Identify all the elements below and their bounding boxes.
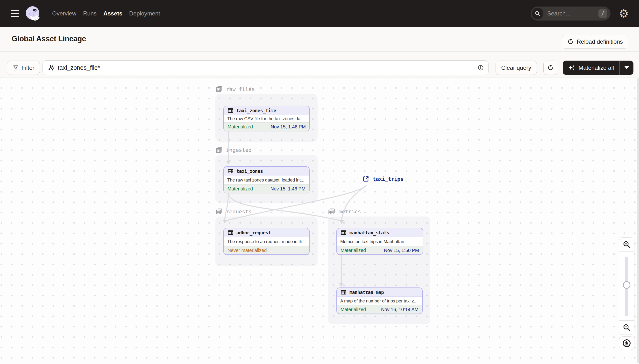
materialization-timestamp: Nov 15, 1:46 PM bbox=[271, 124, 306, 130]
external-link-icon bbox=[362, 175, 369, 182]
zoom-panel bbox=[619, 237, 634, 335]
asset-node-header: taxi_zones bbox=[224, 167, 309, 176]
group-table-icon bbox=[328, 208, 335, 215]
asset-name: manhattan_stats bbox=[349, 230, 389, 235]
asset-footer: Materialized Nov 15, 1:46 PM bbox=[224, 184, 309, 193]
asset-query-input[interactable] bbox=[58, 64, 477, 71]
asset-description: The raw taxi zones dataset, loaded int..… bbox=[224, 176, 309, 184]
materialization-timestamp: Nov 15, 1:46 PM bbox=[270, 186, 305, 192]
asset-name: taxi_zones bbox=[236, 168, 263, 174]
download-icon bbox=[622, 339, 631, 348]
asset-name: adhoc_request bbox=[236, 230, 271, 235]
filter-label: Filter bbox=[22, 64, 34, 71]
asset-node-header: manhattan_map bbox=[337, 288, 422, 297]
asset-footer: Materialized Nov 16, 10:14 AM bbox=[337, 305, 422, 314]
chevron-down-icon bbox=[624, 66, 629, 69]
group-label-ingested[interactable]: ingested bbox=[215, 146, 252, 154]
reload-icon bbox=[567, 38, 574, 45]
zoom-slider-thumb[interactable] bbox=[623, 281, 630, 289]
page-title: Global Asset Lineage bbox=[12, 34, 86, 43]
dagster-logo-icon[interactable] bbox=[25, 5, 41, 23]
zoom-in-button[interactable] bbox=[619, 238, 634, 252]
asset-description: The raw CSV file for the taxi zones dat.… bbox=[224, 115, 309, 122]
materialize-all-button[interactable]: Materialize all bbox=[563, 60, 633, 75]
status-badge: Materialized bbox=[228, 186, 253, 192]
export-image-button[interactable] bbox=[619, 336, 634, 350]
asset-node-manhattan-map[interactable]: manhattan_map A map of the number of tri… bbox=[336, 288, 423, 314]
asset-description: A map of the number of trips per taxi z.… bbox=[337, 297, 422, 305]
status-badge: Materialized bbox=[341, 307, 366, 312]
nav-link-overview[interactable]: Overview bbox=[52, 10, 76, 17]
zoom-out-icon bbox=[622, 324, 631, 332]
asset-footer: Materialized Nov 15, 1:50 PM bbox=[337, 246, 423, 254]
asset-node-header: taxi_zones_file bbox=[224, 106, 309, 115]
reload-definitions-label: Reload definitions bbox=[577, 38, 623, 45]
filter-button[interactable]: Filter bbox=[7, 60, 40, 75]
zoom-out-button[interactable] bbox=[619, 320, 634, 334]
asset-node-manhattan-stats[interactable]: manhattan_stats Metrics on taxi trips in… bbox=[336, 228, 423, 255]
group-name: requests bbox=[226, 208, 252, 214]
materialization-timestamp: Nov 15, 1:50 PM bbox=[384, 248, 419, 253]
asset-node-adhoc-request[interactable]: adhoc_request The response to an request… bbox=[223, 228, 310, 255]
status-badge: Never materialized bbox=[228, 248, 267, 253]
group-table-icon bbox=[215, 208, 223, 215]
asset-node-taxi-zones-file[interactable]: taxi_zones_file The raw CSV file for the… bbox=[223, 106, 310, 131]
query-info-icon[interactable] bbox=[477, 64, 484, 71]
zoom-in-icon bbox=[622, 240, 631, 248]
nav-link-deployment[interactable]: Deployment bbox=[129, 10, 160, 17]
zoom-slider-track[interactable] bbox=[625, 256, 628, 316]
clear-query-button[interactable]: Clear query bbox=[495, 60, 537, 75]
materialization-timestamp: Nov 16, 10:14 AM bbox=[381, 307, 418, 312]
asset-name: manhattan_map bbox=[349, 290, 384, 295]
search-placeholder: Search... bbox=[547, 10, 570, 17]
group-name: raw_files bbox=[226, 86, 255, 92]
asset-footer: Never materialized bbox=[224, 246, 309, 254]
asset-node-taxi-zones[interactable]: taxi_zones The raw taxi zones dataset, l… bbox=[223, 166, 310, 193]
group-name: metrics bbox=[339, 208, 361, 214]
lineage-canvas[interactable]: raw_files ingested requests metrics bbox=[0, 78, 639, 364]
dagster-app: Overview Runs Assets Deployment Search..… bbox=[0, 0, 639, 364]
external-asset-label: taxi_trips bbox=[373, 176, 403, 182]
asset-selector-icon bbox=[47, 64, 54, 72]
nav-link-runs[interactable]: Runs bbox=[83, 10, 97, 17]
global-search[interactable]: Search... / bbox=[530, 6, 610, 20]
table-icon bbox=[228, 230, 234, 236]
asset-node-header: adhoc_request bbox=[224, 228, 309, 237]
materialize-all-label: Materialize all bbox=[578, 64, 614, 71]
group-table-icon bbox=[215, 85, 223, 93]
search-icon bbox=[532, 8, 543, 19]
table-icon bbox=[341, 289, 347, 295]
menu-icon[interactable] bbox=[11, 10, 19, 18]
asset-description: Metrics on taxi trips in Manhattan bbox=[337, 237, 423, 246]
page-header: Global Asset Lineage Reload definitions bbox=[0, 27, 639, 52]
asset-name: taxi_zones_file bbox=[236, 108, 276, 113]
reload-definitions-button[interactable]: Reload definitions bbox=[562, 35, 628, 48]
refresh-button[interactable] bbox=[543, 60, 557, 75]
vertical-scrollbar[interactable] bbox=[637, 78, 639, 363]
funnel-icon bbox=[13, 65, 19, 71]
asset-footer: Materialized Nov 15, 1:46 PM bbox=[224, 122, 309, 131]
materialize-all-main[interactable]: Materialize all bbox=[563, 60, 619, 75]
settings-gear-icon[interactable]: ⚙ bbox=[619, 6, 628, 21]
sparkle-icon bbox=[568, 64, 575, 72]
group-label-metrics[interactable]: metrics bbox=[328, 208, 361, 215]
materialize-dropdown-toggle[interactable] bbox=[620, 60, 633, 75]
table-icon bbox=[341, 230, 347, 236]
asset-query-box bbox=[43, 60, 488, 75]
status-badge: Materialized bbox=[228, 124, 253, 130]
group-label-raw-files[interactable]: raw_files bbox=[215, 85, 255, 93]
nav-link-assets[interactable]: Assets bbox=[103, 10, 123, 17]
clear-query-label: Clear query bbox=[501, 64, 531, 71]
asset-node-header: manhattan_stats bbox=[337, 228, 423, 237]
search-shortcut-badge: / bbox=[598, 9, 607, 18]
lineage-edges bbox=[0, 78, 639, 364]
refresh-icon bbox=[547, 64, 554, 71]
external-asset-taxi-trips[interactable]: taxi_trips bbox=[362, 175, 403, 182]
asset-description: The response to an request made in th... bbox=[224, 237, 309, 246]
status-badge: Materialized bbox=[341, 248, 366, 253]
table-icon bbox=[228, 108, 234, 114]
group-label-requests[interactable]: requests bbox=[215, 208, 252, 215]
top-nav: Overview Runs Assets Deployment Search..… bbox=[0, 0, 639, 27]
nav-links: Overview Runs Assets Deployment bbox=[52, 0, 160, 27]
zoom-slider bbox=[619, 252, 634, 320]
